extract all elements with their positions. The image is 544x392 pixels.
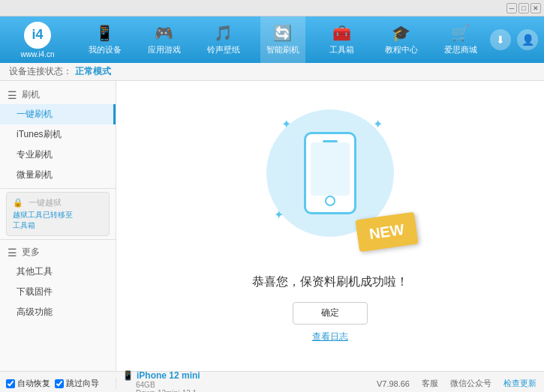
logo-circle: i4 xyxy=(24,22,51,49)
nav-shop[interactable]: 🛒 爱思商城 xyxy=(438,16,483,63)
phone-illustration: ✦ ✦ ✦ NEW xyxy=(255,109,405,259)
device-name-row: 📱 iPhone 12 mini xyxy=(122,370,371,381)
section-more-label: 更多 xyxy=(22,246,40,259)
skip-wizard-input[interactable] xyxy=(55,379,64,388)
wechat-link[interactable]: 微信公众号 xyxy=(450,378,491,389)
circle-bg: ✦ ✦ ✦ NEW xyxy=(266,109,394,237)
version-text: V7.98.66 xyxy=(377,379,410,388)
sidebar-item-other-tools[interactable]: 其他工具 xyxy=(0,262,116,282)
user-button[interactable]: 👤 xyxy=(517,29,538,50)
device-storage: 64GB xyxy=(122,381,371,389)
status-bar: 设备连接状态： 正常模式 xyxy=(0,63,544,81)
logo-text: www.i4.cn xyxy=(20,50,54,58)
device-phone-icon: 📱 xyxy=(122,370,134,381)
device-model: Down-12mini-13,1 xyxy=(122,389,371,393)
ringtones-icon: 🎵 xyxy=(214,24,233,42)
nav-tutorial[interactable]: 🎓 教程中心 xyxy=(379,16,424,63)
main-area: ☰ 刷机 一键刷机 iTunes刷机 专业刷机 微量刷机 🔒 一键越狱 越狱工具… xyxy=(0,81,544,371)
confirm-button[interactable]: 确定 xyxy=(293,302,368,325)
sidebar-item-download-firmware[interactable]: 下载固件 xyxy=(0,282,116,302)
section-more-header[interactable]: ☰ 更多 xyxy=(0,243,116,262)
shop-icon: 🛒 xyxy=(451,24,470,42)
sidebar: ☰ 刷机 一键刷机 iTunes刷机 专业刷机 微量刷机 🔒 一键越狱 越狱工具… xyxy=(0,81,116,371)
phone-home-button xyxy=(325,196,335,205)
nav-label-apps: 应用游戏 xyxy=(148,44,181,55)
flash-section-icon: ☰ xyxy=(8,89,17,101)
sidebar-item-micro-flash[interactable]: 微量刷机 xyxy=(0,165,116,185)
device-info: 📱 iPhone 12 mini 64GB Down-12mini-13,1 xyxy=(116,370,377,393)
sidebar-item-pro-flash[interactable]: 专业刷机 xyxy=(0,145,116,165)
nav-label-my-device: 我的设备 xyxy=(89,44,122,55)
service-link[interactable]: 客服 xyxy=(422,378,438,389)
bottom-section: 自动恢复 跳过向导 📱 iPhone 12 mini 64GB Down-12m… xyxy=(0,371,544,392)
apps-icon: 🎮 xyxy=(155,24,173,42)
phone-screen xyxy=(311,142,350,196)
tutorial-icon: 🎓 xyxy=(392,24,410,42)
nav-smart-flash[interactable]: 🔄 智能刷机 xyxy=(260,16,305,63)
minimize-button[interactable]: ─ xyxy=(506,3,517,13)
nav-label-tutorial: 教程中心 xyxy=(385,44,418,55)
sparkle-top-right: ✦ xyxy=(373,117,383,131)
auto-restore-label: 自动恢复 xyxy=(17,378,50,389)
micro-flash-label: 微量刷机 xyxy=(17,169,53,180)
auto-restore-checkbox[interactable]: 自动恢复 xyxy=(6,378,50,389)
new-badge: NEW xyxy=(356,211,419,252)
sidebar-item-itunes-flash[interactable]: iTunes刷机 xyxy=(0,124,116,145)
download-firmware-label: 下载固件 xyxy=(17,286,53,297)
section-flash-header[interactable]: ☰ 刷机 xyxy=(0,85,116,104)
bottom-right: V7.98.66 客服 微信公众号 检查更新 xyxy=(377,378,544,389)
nav-items: 📱 我的设备 🎮 应用游戏 🎵 铃声壁纸 🔄 智能刷机 🧰 工具箱 🎓 教程中心… xyxy=(75,16,490,63)
itunes-flash-label: iTunes刷机 xyxy=(17,129,62,139)
auto-restore-input[interactable] xyxy=(6,379,15,388)
status-value: 正常模式 xyxy=(75,65,111,78)
close-button[interactable]: ✕ xyxy=(530,3,541,13)
update-link[interactable]: 检查更新 xyxy=(503,378,536,389)
divider-2 xyxy=(0,239,116,240)
sparkle-top-left: ✦ xyxy=(281,117,291,131)
nav-my-device[interactable]: 📱 我的设备 xyxy=(83,16,128,63)
other-tools-label: 其他工具 xyxy=(17,266,53,277)
nav-label-smart-flash: 智能刷机 xyxy=(266,44,299,55)
success-text: 恭喜您，保资料刷机成功啦！ xyxy=(252,274,408,290)
section-flash-label: 刷机 xyxy=(22,88,40,101)
skip-wizard-checkbox[interactable]: 跳过向导 xyxy=(55,378,99,389)
nav-right: ⬇ 👤 xyxy=(490,29,544,50)
pro-flash-label: 专业刷机 xyxy=(17,149,53,160)
my-device-icon: 📱 xyxy=(95,24,114,42)
nav-label-ringtones: 铃声壁纸 xyxy=(207,44,240,55)
status-label: 设备连接状态： xyxy=(9,65,72,78)
locked-hint: 越狱工具已转移至工具箱 xyxy=(13,210,103,231)
logo-area: i4 www.i4.cn xyxy=(0,22,75,58)
toolbox-icon: 🧰 xyxy=(332,24,351,42)
maximize-button[interactable]: □ xyxy=(518,3,529,13)
device-name: iPhone 12 mini xyxy=(137,370,200,381)
checkbox-group: 自动恢复 跳过向导 xyxy=(0,378,116,389)
titlebar: ─ □ ✕ xyxy=(0,0,544,16)
skip-wizard-label: 跳过向导 xyxy=(66,378,99,389)
divider-1 xyxy=(0,188,116,189)
advanced-label: 高级功能 xyxy=(17,307,53,317)
locked-label: 一键越狱 xyxy=(29,198,62,207)
jailbreak-locked: 🔒 一键越狱 越狱工具已转移至工具箱 xyxy=(6,192,110,236)
logo-icon: i4 xyxy=(32,27,43,43)
top-navigation: i4 www.i4.cn 📱 我的设备 🎮 应用游戏 🎵 铃声壁纸 🔄 智能刷机… xyxy=(0,16,544,63)
nav-toolbox[interactable]: 🧰 工具箱 xyxy=(320,16,365,63)
smart-flash-icon: 🔄 xyxy=(273,24,292,42)
nav-ringtones[interactable]: 🎵 铃声壁纸 xyxy=(201,16,246,63)
more-section-icon: ☰ xyxy=(8,247,17,259)
sidebar-item-advanced[interactable]: 高级功能 xyxy=(0,302,116,322)
lock-icon: 🔒 xyxy=(13,198,23,207)
nav-label-toolbox: 工具箱 xyxy=(329,44,354,55)
nav-label-shop: 爱思商城 xyxy=(444,44,477,55)
bottom-bar-row1: 自动恢复 跳过向导 📱 iPhone 12 mini 64GB Down-12m… xyxy=(0,372,544,392)
sidebar-item-one-click-flash[interactable]: 一键刷机 xyxy=(0,104,116,124)
sparkle-bottom-left: ✦ xyxy=(274,208,284,222)
download-button[interactable]: ⬇ xyxy=(490,29,511,50)
nav-apps[interactable]: 🎮 应用游戏 xyxy=(142,16,187,63)
wizard-link[interactable]: 查看日志 xyxy=(312,331,348,343)
phone-body xyxy=(304,132,356,214)
one-click-flash-label: 一键刷机 xyxy=(17,109,53,119)
content-area: ✦ ✦ ✦ NEW 恭喜您，保资料刷机成功啦！ 确定 查看日志 xyxy=(116,81,544,371)
